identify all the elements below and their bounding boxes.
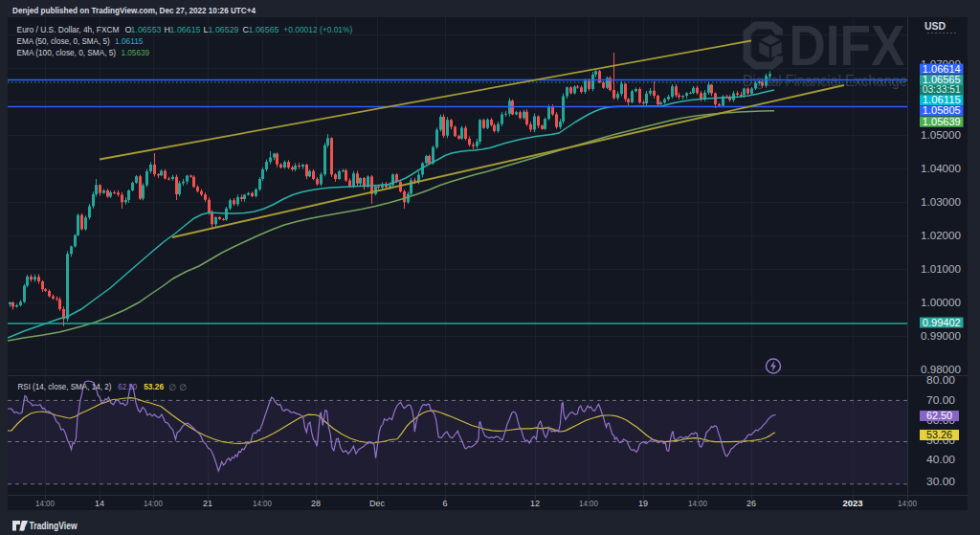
svg-text:RSI (14, close, SMA, 14, 2): RSI (14, close, SMA, 14, 2) — [17, 382, 111, 391]
svg-text:1.02000: 1.02000 — [921, 231, 961, 241]
svg-text:1.06614: 1.06614 — [923, 64, 961, 75]
svg-text:14:00: 14:00 — [579, 499, 598, 508]
svg-text:19: 19 — [638, 499, 648, 508]
svg-text:26: 26 — [746, 499, 756, 508]
svg-text:+0.00012 (+0.01%): +0.00012 (+0.01%) — [283, 25, 352, 34]
svg-text:14:00: 14:00 — [253, 499, 272, 508]
svg-text:1.04000: 1.04000 — [921, 164, 961, 174]
svg-text:Dec: Dec — [369, 499, 386, 508]
svg-text:Denjed published on TradingVie: Denjed published on TradingView.com, Dec… — [12, 5, 256, 15]
svg-text:14:00: 14:00 — [35, 499, 55, 508]
svg-text:62.50: 62.50 — [926, 411, 952, 421]
svg-text:1.03000: 1.03000 — [921, 197, 961, 208]
svg-text:70.00: 70.00 — [926, 395, 956, 406]
svg-text:12: 12 — [530, 499, 540, 508]
svg-text:1.06615: 1.06615 — [170, 25, 201, 34]
svg-text:80.00: 80.00 — [926, 375, 956, 386]
svg-text:30.00: 30.00 — [926, 477, 956, 487]
svg-text:1.05805: 1.05805 — [923, 105, 961, 116]
svg-text:2023: 2023 — [842, 498, 862, 508]
svg-text:1.05000: 1.05000 — [921, 130, 961, 141]
svg-text:EMA (50, close, 0, SMA, 5): EMA (50, close, 0, SMA, 5) — [17, 36, 110, 46]
svg-text:6: 6 — [442, 499, 447, 508]
svg-text:1.00000: 1.00000 — [921, 298, 961, 308]
svg-text:21: 21 — [203, 499, 212, 508]
svg-text:1.05639: 1.05639 — [122, 48, 150, 57]
svg-text:0.98000: 0.98000 — [921, 365, 961, 375]
svg-text:14:00: 14:00 — [144, 499, 163, 508]
svg-text:USD: USD — [924, 20, 947, 32]
svg-text:∅: ∅ — [169, 383, 177, 392]
svg-text:14:00: 14:00 — [688, 499, 707, 508]
svg-text:03:33:51: 03:33:51 — [923, 84, 961, 95]
svg-text:TradingView: TradingView — [30, 520, 78, 531]
svg-text:53.26: 53.26 — [144, 382, 164, 391]
svg-text:Euro / U.S. Dollar, 4h, FXCM: Euro / U.S. Dollar, 4h, FXCM — [17, 25, 120, 34]
svg-text:14: 14 — [95, 499, 104, 508]
svg-text:1.06565: 1.06565 — [249, 25, 279, 34]
svg-text:28: 28 — [311, 499, 321, 508]
svg-text:0.99000: 0.99000 — [921, 331, 961, 342]
svg-text:62.50: 62.50 — [118, 382, 137, 391]
svg-text:1.05639: 1.05639 — [923, 117, 961, 127]
svg-text:14:00: 14:00 — [898, 499, 917, 508]
svg-text:53.26: 53.26 — [926, 430, 952, 440]
svg-text:40.00: 40.00 — [926, 455, 956, 465]
svg-text:1.06115: 1.06115 — [923, 95, 961, 105]
svg-text:0.99402: 0.99402 — [923, 318, 961, 328]
svg-text:1.01000: 1.01000 — [921, 264, 961, 275]
svg-text:EMA (100, close, 0, SMA, 5): EMA (100, close, 0, SMA, 5) — [17, 48, 117, 57]
svg-text:1.06115: 1.06115 — [115, 36, 144, 46]
svg-text:1.06553: 1.06553 — [131, 25, 162, 34]
svg-text:1.06529: 1.06529 — [209, 25, 239, 34]
svg-text:DIFX: DIFX — [790, 13, 905, 78]
svg-text:∅: ∅ — [180, 383, 188, 392]
